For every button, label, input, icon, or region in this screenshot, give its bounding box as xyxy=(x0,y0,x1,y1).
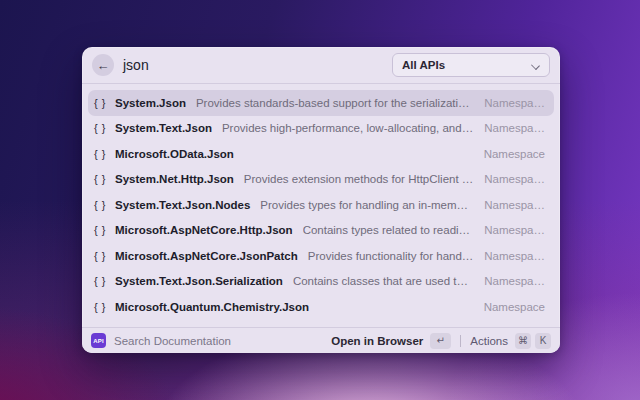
namespace-braces-icon: { } xyxy=(94,301,108,313)
result-title: System.Text.Json xyxy=(115,122,212,134)
result-row[interactable]: { } System.Text.Json.Nodes Provides type… xyxy=(88,192,554,218)
api-filter-dropdown[interactable]: All APIs xyxy=(392,53,550,77)
result-title: System.Text.Json.Nodes xyxy=(115,199,250,211)
result-type-badge: Namespa… xyxy=(484,224,545,236)
result-row[interactable]: { } Microsoft.AspNetCore.Http.Json Conta… xyxy=(88,218,554,244)
result-row[interactable]: { } System.Text.Json.Serialization Conta… xyxy=(88,269,554,295)
result-type-badge: Namespa… xyxy=(484,250,545,262)
api-extension-icon-label: API xyxy=(93,338,104,344)
result-title: Microsoft.Quantum.Chemistry.Json xyxy=(115,301,309,313)
result-type-badge: Namespace xyxy=(484,148,545,160)
search-header: ← json All APIs xyxy=(82,47,560,84)
result-title: Microsoft.AspNetCore.Http.Json xyxy=(115,224,293,236)
result-row[interactable]: { } System.Json Provides standards-based… xyxy=(88,90,554,116)
return-key-icon: ↵ xyxy=(430,333,451,349)
command-key-icon: ⌘ xyxy=(515,333,531,349)
result-row[interactable]: { } System.Net.Http.Json Provides extens… xyxy=(88,167,554,193)
namespace-braces-icon: { } xyxy=(94,97,108,109)
result-row[interactable]: { } Microsoft.Quantum.Chemistry.Json Nam… xyxy=(88,294,554,320)
k-key-icon: K xyxy=(535,333,551,349)
result-type-badge: Namespace xyxy=(484,301,545,313)
result-row[interactable]: { } Microsoft.AspNetCore.JsonPatch Provi… xyxy=(88,243,554,269)
result-description: Provides functionality for handling JSON… xyxy=(308,250,475,262)
open-in-browser-button[interactable]: Open in Browser xyxy=(331,335,423,347)
result-description: Provides standards-based support for the… xyxy=(196,97,474,109)
actions-button[interactable]: Actions xyxy=(470,335,508,347)
result-description: Provides extension methods for HttpClien… xyxy=(244,173,474,185)
search-input[interactable]: json xyxy=(123,57,149,73)
namespace-braces-icon: { } xyxy=(94,224,108,236)
result-type-badge: Namespa… xyxy=(484,199,545,211)
result-title: Microsoft.OData.Json xyxy=(115,148,234,160)
result-type-badge: Namespa… xyxy=(484,97,545,109)
back-arrow-icon: ← xyxy=(97,59,110,72)
namespace-braces-icon: { } xyxy=(94,199,108,211)
footer-bar: API Search Documentation Open in Browser… xyxy=(82,327,560,353)
back-button[interactable]: ← xyxy=(92,54,114,76)
namespace-braces-icon: { } xyxy=(94,250,108,262)
result-title: System.Net.Http.Json xyxy=(115,173,234,185)
footer-actions: Open in Browser ↵ Actions ⌘ K xyxy=(331,333,551,349)
result-type-badge: Namespa… xyxy=(484,275,545,287)
result-description: Provides high-performance, low-allocatin… xyxy=(222,122,474,134)
api-filter-value: All APIs xyxy=(402,59,445,71)
result-title: Microsoft.AspNetCore.JsonPatch xyxy=(115,250,298,262)
result-description: Contains classes that are used to custom… xyxy=(293,275,474,287)
result-type-badge: Namespa… xyxy=(484,122,545,134)
result-row[interactable]: { } System.Text.Json Provides high-perfo… xyxy=(88,116,554,142)
result-title: System.Text.Json.Serialization xyxy=(115,275,283,287)
namespace-braces-icon: { } xyxy=(94,275,108,287)
result-description: Provides types for handling an in-memory… xyxy=(260,199,474,211)
result-type-badge: Namespa… xyxy=(484,173,545,185)
actions-shortcut-keys: ⌘ K xyxy=(515,333,551,349)
api-extension-icon: API xyxy=(91,333,106,348)
search-palette-window: ← json All APIs { } System.Json Provides… xyxy=(82,47,560,353)
chevron-down-icon xyxy=(532,61,540,69)
namespace-braces-icon: { } xyxy=(94,148,108,160)
results-list: { } System.Json Provides standards-based… xyxy=(82,84,560,327)
result-row[interactable]: { } Microsoft.OData.Json Namespace xyxy=(88,141,554,167)
footer-divider xyxy=(460,335,461,347)
result-title: System.Json xyxy=(115,97,186,109)
extension-title: Search Documentation xyxy=(114,335,231,347)
namespace-braces-icon: { } xyxy=(94,173,108,185)
namespace-braces-icon: { } xyxy=(94,122,108,134)
result-description: Contains types related to reading JSON f… xyxy=(303,224,475,236)
